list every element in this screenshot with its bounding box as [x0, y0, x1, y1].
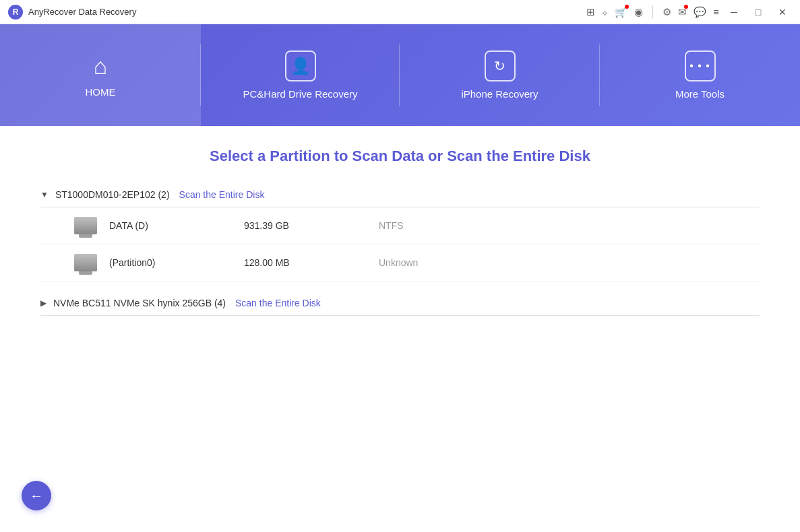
partition-size-data-d: 931.39 GB	[244, 220, 379, 231]
nav-pc-label: PC&Hard Drive Recovery	[243, 88, 357, 100]
partition-fs-data-d: NTFS	[379, 220, 404, 231]
disk-name-2: NVMe BC511 NVMe SK hynix 256GB (4)	[53, 298, 226, 308]
close-button[interactable]: ✕	[773, 3, 792, 22]
nav-home-label: HOME	[86, 86, 116, 98]
disk-scan-link-1[interactable]: Scan the Entire Disk	[179, 189, 265, 200]
maximize-button[interactable]: □	[749, 3, 768, 22]
iphone-recovery-icon: ↻	[485, 51, 516, 81]
cart-icon[interactable]: 🛒	[615, 6, 627, 18]
disk-section-1: ▼ ST1000DM010-2EP102 (2) Scan the Entire…	[40, 189, 760, 281]
nav-more-label: More Tools	[675, 88, 725, 100]
nav-more-tools[interactable]: • • • More Tools	[600, 24, 800, 126]
home-icon: ⌂	[94, 53, 108, 79]
chat-icon[interactable]: 💬	[694, 6, 706, 18]
minimize-button[interactable]: ─	[725, 3, 743, 22]
pc-recovery-icon: 👤	[285, 51, 316, 81]
partition-row-partition0[interactable]: (Partition0) 128.00 MB Unknown	[40, 244, 760, 281]
user-icon[interactable]: ◉	[634, 6, 643, 18]
titlebar: R AnyRecover Data Recovery ⊞ ⬦ 🛒 ◉ ⚙ ✉ 💬…	[0, 0, 800, 24]
settings-icon[interactable]: ⚙	[663, 6, 671, 18]
more-tools-icon: • • •	[685, 51, 716, 81]
window-controls: ─ □ ✕	[725, 3, 792, 22]
titlebar-divider	[652, 6, 653, 18]
app-logo: R	[8, 5, 23, 20]
back-button[interactable]: ←	[22, 481, 51, 510]
partition-icon-partition0	[74, 254, 97, 271]
partition-icon-data-d	[74, 217, 97, 234]
nav-iphone-recovery[interactable]: ↻ iPhone Recovery	[400, 24, 600, 126]
menu-icon[interactable]: ≡	[713, 6, 719, 18]
navbar: ⌂ HOME 👤 PC&Hard Drive Recovery ↻ iPhone…	[0, 24, 800, 126]
partition-row-data-d[interactable]: DATA (D) 931.39 GB NTFS	[40, 207, 760, 244]
nav-iphone-label: iPhone Recovery	[461, 88, 538, 100]
page-title: Select a Partition to Scan Data or Scan …	[40, 147, 760, 165]
nav-pc-hard-drive[interactable]: 👤 PC&Hard Drive Recovery	[201, 24, 400, 126]
app-title: AnyRecover Data Recovery	[28, 7, 586, 17]
disk-header-1: ▼ ST1000DM010-2EP102 (2) Scan the Entire…	[40, 189, 760, 207]
nav-home[interactable]: ⌂ HOME	[0, 24, 201, 126]
disk-section-2: ▶ NVMe BC511 NVMe SK hynix 256GB (4) Sca…	[40, 298, 760, 316]
partition-name-partition0: (Partition0)	[109, 257, 244, 268]
disk-header-2: ▶ NVMe BC511 NVMe SK hynix 256GB (4) Sca…	[40, 298, 760, 316]
partition-name-data-d: DATA (D)	[109, 220, 244, 231]
back-icon: ←	[30, 488, 43, 504]
partition-size-partition0: 128.00 MB	[244, 257, 379, 268]
disk-name-1: ST1000DM010-2EP102 (2)	[55, 189, 170, 200]
share-icon[interactable]: ⬦	[602, 6, 608, 18]
titlebar-icons: ⊞ ⬦ 🛒 ◉ ⚙ ✉ 💬 ≡	[586, 6, 719, 18]
disk-collapse-arrow-1[interactable]: ▼	[40, 190, 49, 199]
disk-scan-link-2[interactable]: Scan the Entire Disk	[235, 298, 321, 308]
disk-expand-arrow-2[interactable]: ▶	[40, 298, 47, 308]
mail-icon[interactable]: ✉	[678, 6, 687, 18]
main-content: Select a Partition to Scan Data or Scan …	[0, 126, 800, 532]
partition-fs-partition0: Unknown	[379, 257, 418, 268]
discord-icon[interactable]: ⊞	[586, 6, 595, 18]
